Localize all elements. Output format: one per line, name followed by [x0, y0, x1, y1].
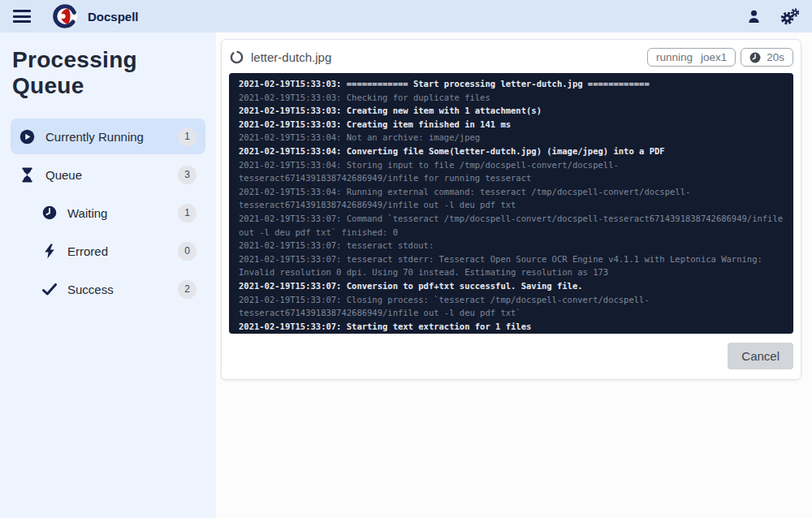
log-line: 2021-02-19T15:33:03: ============ Start …: [239, 77, 784, 91]
log-line: 2021-02-19T15:33:03: Checking for duplic…: [239, 91, 784, 105]
sidebar-item-errored[interactable]: Errored 0: [11, 233, 205, 269]
topbar: Docspell: [0, 0, 812, 32]
log-line: 2021-02-19T15:33:04: Storing input to fi…: [239, 158, 784, 185]
count-badge: 2: [178, 280, 197, 299]
spinner-icon: [230, 50, 244, 64]
log-line: 2021-02-19T15:33:03: Creating item finis…: [239, 118, 784, 132]
sidebar-item-label: Success: [67, 283, 114, 296]
page-title: Processing Queue: [12, 47, 205, 99]
user-icon[interactable]: [746, 9, 762, 24]
job-filename: letter-dutch.jpg: [251, 50, 331, 64]
job-worker: joex1: [701, 51, 727, 63]
log-line: 2021-02-19T15:33:07: Starting text extra…: [239, 320, 784, 334]
count-badge: 1: [178, 204, 197, 222]
sidebar-item-waiting[interactable]: Waiting 1: [11, 195, 205, 231]
log-line: 2021-02-19T15:33:03: Creating new item w…: [239, 104, 784, 118]
job-state: running: [656, 51, 693, 63]
log-line: 2021-02-19T15:33:04: Not an archive: ima…: [239, 131, 784, 145]
count-badge: 0: [178, 242, 197, 261]
main-content: letter-dutch.jpg running joex1 20s: [216, 32, 812, 518]
sidebar-item-label: Currently Running: [45, 130, 144, 144]
sidebar-item-currently-running[interactable]: Currently Running 1: [11, 119, 205, 154]
log-line: 2021-02-19T15:33:04: Running external co…: [239, 185, 784, 212]
docspell-logo-icon: [52, 3, 78, 29]
sidebar-item-success[interactable]: Success 2: [11, 271, 205, 307]
job-header: letter-dutch.jpg running joex1 20s: [222, 40, 801, 73]
count-badge: 3: [178, 166, 197, 184]
sidebar-item-label: Queue: [45, 168, 82, 182]
job-runtime: 20s: [767, 51, 784, 63]
count-badge: 1: [178, 127, 197, 146]
sidebar-item-label: Waiting: [67, 206, 107, 220]
settings-gears-icon[interactable]: [780, 8, 799, 25]
sidebar-item-label: Errored: [67, 244, 108, 258]
app-title: Docspell: [88, 10, 139, 24]
job-card-footer: Cancel: [222, 335, 801, 379]
log-line: 2021-02-19T15:33:04: Converting file Som…: [239, 145, 784, 158]
sidebar-item-queue[interactable]: Queue 3: [11, 157, 205, 192]
cancel-button[interactable]: Cancel: [728, 343, 793, 369]
bolt-icon: [41, 244, 57, 259]
clock-icon: [749, 52, 761, 63]
sidebar: Processing Queue Currently Running 1: [0, 32, 216, 518]
running-job-card: letter-dutch.jpg running joex1 20s: [221, 39, 801, 380]
log-line: 2021-02-19T15:33:07: Closing process: `t…: [239, 293, 784, 320]
clock-icon: [41, 205, 57, 221]
hamburger-menu-icon[interactable]: [13, 10, 31, 23]
log-line: 2021-02-19T15:33:07: tesseract stdout:: [239, 239, 784, 253]
job-runtime-badge[interactable]: 20s: [741, 48, 793, 67]
job-log-console[interactable]: 2021-02-19T15:33:03: ============ Start …: [229, 73, 793, 334]
check-icon: [41, 282, 57, 297]
log-line: 2021-02-19T15:33:07: Command `tesseract …: [239, 212, 784, 239]
play-circle-icon: [19, 129, 35, 145]
log-line: 2021-02-19T15:33:07: Conversion to pdf+t…: [239, 279, 784, 293]
hourglass-icon: [19, 167, 35, 183]
job-state-badge[interactable]: running joex1: [647, 48, 736, 67]
log-line: 2021-02-19T15:33:07: tesseract stderr: T…: [239, 253, 784, 279]
